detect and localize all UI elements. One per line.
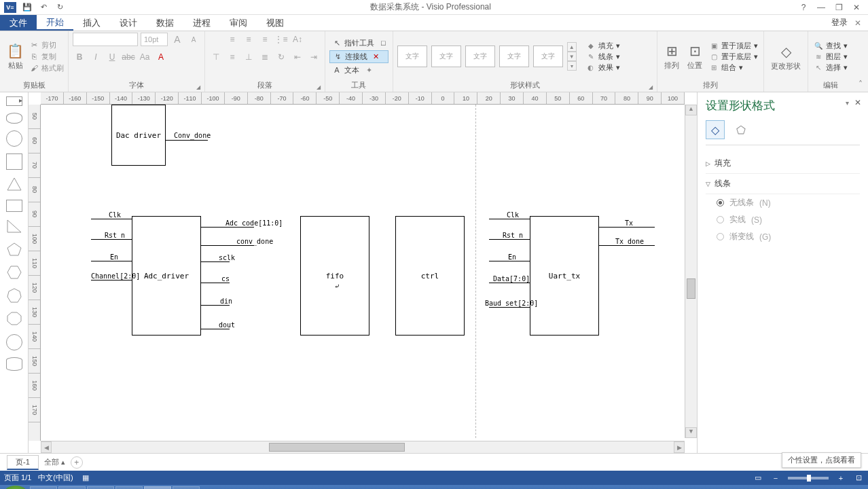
indent-dec-button[interactable]: ⇤ xyxy=(291,50,304,64)
stencil-ellipse[interactable] xyxy=(6,113,22,124)
taskbar-app-6[interactable]: ▦ xyxy=(173,486,200,489)
undo-icon[interactable]: ↶ xyxy=(38,2,49,13)
pane-popout-icon[interactable]: ▾ xyxy=(846,99,849,107)
style-swatch-3[interactable]: 文字 xyxy=(465,46,495,67)
format-painter-button[interactable]: 🖌格式刷 xyxy=(29,63,64,73)
add-page-button[interactable]: + xyxy=(71,456,83,469)
taskbar-visio[interactable]: V xyxy=(144,486,171,489)
canvas[interactable]: Dac driver Conv_done Adc_driver Clk Rst_… xyxy=(41,105,685,438)
valign-mid-button[interactable]: ≡ xyxy=(225,50,239,64)
select-button[interactable]: ↖选择 ▾ xyxy=(812,62,849,73)
stencil-right-triangle[interactable] xyxy=(6,219,22,235)
justify-button[interactable]: ≣ xyxy=(258,50,272,64)
bring-front-button[interactable]: ▣置于顶层 ▾ xyxy=(708,41,759,51)
gallery-more[interactable]: ▾ xyxy=(567,61,577,71)
group-button[interactable]: ⊞组合 ▾ xyxy=(708,62,759,73)
case-button[interactable]: Aa xyxy=(138,50,151,64)
text-direction-button[interactable]: A↕ xyxy=(291,33,304,46)
restore-button[interactable]: ❐ xyxy=(834,3,844,12)
stencil-circle[interactable] xyxy=(6,130,22,147)
fit-page-icon[interactable]: ⊡ xyxy=(853,473,864,484)
style-gallery[interactable]: 文字 文字 文字 文字 文字 ▲▼▾ xyxy=(397,42,577,71)
style-swatch-2[interactable]: 文字 xyxy=(431,46,461,67)
scroll-right-button[interactable]: ▶ xyxy=(674,441,685,453)
shape-fifo[interactable]: fifo xyxy=(300,216,369,336)
section-line[interactable]: ▽线条 xyxy=(706,174,860,194)
tab-process[interactable]: 进程 xyxy=(183,15,220,31)
stencil-cylinder[interactable] xyxy=(6,357,22,371)
zoom-in-icon[interactable]: + xyxy=(835,473,846,484)
cut-button[interactable]: ✂剪切 xyxy=(29,40,64,50)
stencil-hexagon[interactable] xyxy=(6,265,22,281)
radio-no-line[interactable]: 无线条(N) xyxy=(706,194,860,211)
pane-close-icon[interactable]: ✕ xyxy=(854,98,861,107)
taskbar-app-4[interactable]: 📗 xyxy=(115,486,143,489)
presentation-mode-icon[interactable]: ▭ xyxy=(753,473,763,484)
align-right-button[interactable]: ≡ xyxy=(258,33,272,46)
rotate-text-button[interactable]: ↻ xyxy=(274,50,288,64)
font-color-button[interactable]: A xyxy=(154,50,168,64)
copy-button[interactable]: ⎘复制 xyxy=(29,52,64,62)
gallery-down[interactable]: ▼ xyxy=(567,52,577,61)
font-dialog-launcher[interactable]: ◢ xyxy=(196,84,200,90)
page-tab-1[interactable]: 页-1 xyxy=(7,455,39,470)
start-button[interactable]: ⊞ xyxy=(3,486,29,489)
fill-line-tab-icon[interactable]: ◇ xyxy=(706,120,725,139)
underline-button[interactable]: U xyxy=(105,50,119,64)
style-swatch-4[interactable]: 文字 xyxy=(499,46,529,67)
redo-icon[interactable]: ↻ xyxy=(54,2,65,13)
pages-all-button[interactable]: 全部 ▴ xyxy=(44,457,65,467)
tab-home[interactable]: 开始 xyxy=(37,15,73,31)
bullets-button[interactable]: ⋮≡ xyxy=(274,33,288,46)
paste-button[interactable]: 📋 粘贴 xyxy=(4,41,26,72)
stencil-rectangle[interactable] xyxy=(6,200,22,212)
save-icon[interactable]: 💾 xyxy=(22,2,33,13)
tab-design[interactable]: 设计 xyxy=(110,15,147,31)
stencil-square[interactable] xyxy=(6,153,22,170)
change-shape-button[interactable]: ◇更改形状 xyxy=(768,42,803,73)
scroll-left-button[interactable]: ◀ xyxy=(41,441,52,453)
scroll-up-button[interactable]: ▲ xyxy=(685,105,697,115)
tab-review[interactable]: 审阅 xyxy=(220,15,257,31)
taskbar-app-2[interactable]: 🎨 xyxy=(58,486,86,489)
grow-font-button[interactable]: A xyxy=(170,33,184,46)
ribbon-close-icon[interactable]: ✕ xyxy=(854,18,861,28)
indent-inc-button[interactable]: ⇥ xyxy=(307,50,321,64)
italic-button[interactable]: I xyxy=(89,50,103,64)
styles-dialog-launcher[interactable]: ◢ xyxy=(649,84,653,90)
hscroll-thumb[interactable] xyxy=(269,443,405,452)
stencil-triangle[interactable] xyxy=(6,177,22,193)
radio-gradient-line[interactable]: 渐变线(G) xyxy=(706,228,860,245)
stencil-circle-2[interactable] xyxy=(6,334,22,350)
tab-view[interactable]: 视图 xyxy=(257,15,293,31)
zoom-slider[interactable] xyxy=(788,477,829,479)
stencil-pentagon[interactable] xyxy=(6,242,22,258)
help-button[interactable]: ? xyxy=(799,3,808,12)
fill-button[interactable]: ◆填充 ▾ xyxy=(585,41,621,51)
zoom-out-icon[interactable]: − xyxy=(770,473,781,484)
shape-adc-driver[interactable]: Adc_driver xyxy=(132,216,201,336)
close-button[interactable]: ✕ xyxy=(852,3,861,12)
align-left-button[interactable]: ≡ xyxy=(225,33,239,46)
scroll-down-button[interactable]: ▼ xyxy=(685,427,697,438)
minimize-button[interactable]: — xyxy=(816,3,826,12)
font-name-combo[interactable] xyxy=(73,33,138,46)
gallery-up[interactable]: ▲ xyxy=(567,42,577,52)
stencil-heptagon[interactable] xyxy=(6,288,22,304)
align-center-button[interactable]: ≡ xyxy=(242,33,255,46)
login-link[interactable]: 登录 xyxy=(831,17,848,29)
valign-top-button[interactable]: ⊤ xyxy=(209,50,223,64)
layers-button[interactable]: ≋图层 ▾ xyxy=(812,52,849,62)
conn-conv-done[interactable] xyxy=(166,140,208,141)
shape-ctrl[interactable]: ctrl xyxy=(395,216,465,336)
shrink-font-button[interactable]: A xyxy=(187,33,200,46)
send-back-button[interactable]: ▢置于底层 ▾ xyxy=(708,52,759,62)
position-button[interactable]: ⊡位置 xyxy=(685,41,705,72)
style-swatch-5[interactable]: 文字 xyxy=(533,46,563,67)
paragraph-dialog-launcher[interactable]: ◢ xyxy=(317,84,321,90)
effects-button[interactable]: ◐效果 ▾ xyxy=(585,62,621,73)
taskbar-app-1[interactable]: ◧ xyxy=(30,486,57,489)
style-swatch-1[interactable]: 文字 xyxy=(397,46,427,67)
strike-button[interactable]: abc xyxy=(122,50,135,64)
personalization-tooltip[interactable]: 个性设置，点我看看 xyxy=(782,452,861,468)
